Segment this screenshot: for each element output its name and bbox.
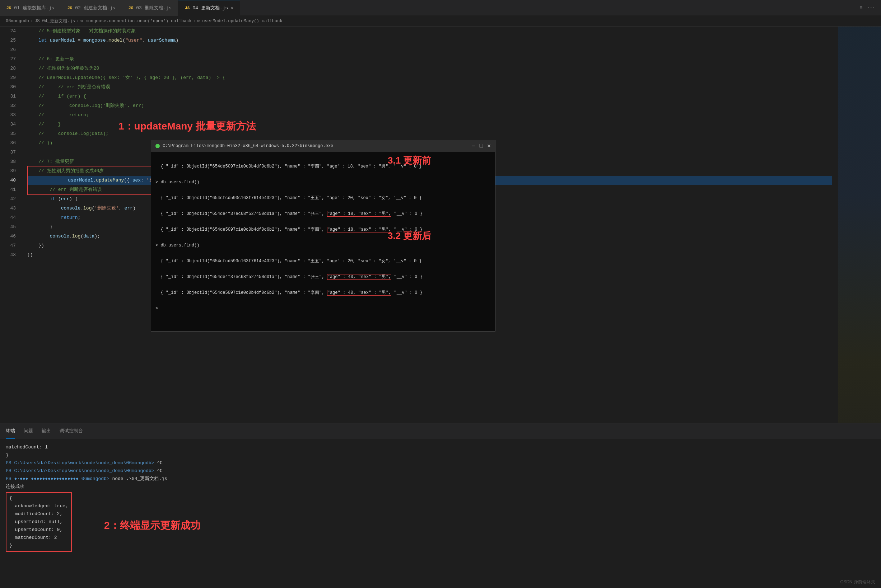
mongo-line-3: { "_id" : ObjectId("654de4f37ec68f527450… — [155, 210, 491, 218]
breadcrumb-item-2: JS 04_更新文档.js — [35, 18, 75, 24]
mongo-title-text: C:\Program Files\mongodb-win32-x86_64-wi… — [162, 142, 333, 150]
mongo-minimize-icon[interactable]: — — [472, 142, 475, 150]
term-line-1: matchedCount: 1 — [6, 443, 875, 452]
terminal-tab-debug[interactable]: 调试控制台 — [60, 423, 83, 439]
code-line-33: // return; — [27, 111, 832, 120]
tab-actions: ⊞ ··· — [860, 5, 881, 11]
term-line-4: PS C:\Users\da\Desktop\work\node\node_de… — [6, 467, 875, 475]
annotation-updatemany: 1：updateMany 批量更新方法 — [119, 120, 256, 133]
tab-03[interactable]: JS 03_删除文档.js — [122, 0, 179, 16]
terminal-content: matchedCount: 1 } PS C:\Users\da\Desktop… — [0, 439, 881, 556]
result-box: { acknowledged: true, modifiedCount: 2, … — [6, 492, 72, 552]
tab-04-label: 04_更新文档.js — [192, 4, 228, 11]
term-line-3: PS C:\Users\da\Desktop\work\node\node_de… — [6, 459, 875, 467]
code-line-24: // 5:创建模型对象 对文档操作的封装对象 — [27, 27, 832, 36]
annotation-before: 3.1 更新前 — [388, 154, 431, 167]
tab-04[interactable]: JS 04_更新文档.js ✕ — [179, 0, 240, 16]
mongo-maximize-icon[interactable]: □ — [480, 142, 483, 150]
js-icon-2: JS — [68, 6, 72, 10]
code-line-30: // // err 判断是否有错误 — [27, 82, 832, 92]
term-line-5: PS ●·●●● ●●●●●●●●●●●●●●●●● 06mongodb> no… — [6, 475, 875, 483]
tab-01[interactable]: JS 01_连接数据库.js — [0, 0, 61, 16]
mongo-status-dot — [155, 144, 160, 148]
tab-02[interactable]: JS 02_创建新文档.js — [61, 0, 122, 16]
code-line-31: // if (err) { — [27, 92, 832, 101]
breadcrumb-item-1: 06mongodb — [6, 19, 29, 24]
mongo-line-1: { "_id" : ObjectId("654de5097c1e0c0b4df0… — [155, 162, 491, 170]
code-line-25: let userModel = mongoose.model("user", u… — [27, 36, 832, 45]
mongo-title-actions: — □ ✕ — [472, 142, 491, 150]
tab-01-label: 01_连接数据库.js — [14, 4, 54, 11]
term-line-6: 连接成功 — [6, 483, 875, 491]
mongo-line-prompt1: > db.users.find() — [155, 178, 491, 186]
tab-04-close[interactable]: ✕ — [231, 5, 233, 11]
mongo-line-5: { "_id" : ObjectId("654cfcd593c163f7614e… — [155, 257, 491, 265]
terminal-tab-problems[interactable]: 问题 — [24, 423, 33, 439]
annotation-terminal-success: 2：终端显示更新成功 — [104, 519, 200, 532]
breadcrumb-item-4: ⊙ userModel.updateMany() callback — [197, 18, 283, 24]
tab-03-label: 03_删除文档.js — [136, 4, 171, 11]
term-line-2: } — [6, 452, 875, 459]
annotation-after: 3.2 更新后 — [388, 230, 431, 242]
terminal-tab-output[interactable]: 输出 — [42, 423, 51, 439]
tab-02-label: 02_创建新文档.js — [75, 4, 115, 11]
mongo-line-6: { "_id" : ObjectId("654de4f37ec68f527450… — [155, 273, 491, 281]
code-line-27: // 6: 更新一条 — [27, 54, 832, 64]
terminal-tabs: 终端 问题 输出 调试控制台 — [0, 423, 881, 439]
js-icon-3: JS — [129, 6, 133, 10]
tab-bar: JS 01_连接数据库.js JS 02_创建新文档.js JS 03_删除文档… — [0, 0, 881, 16]
mongo-line-cursor: > — [155, 304, 491, 312]
breadcrumb: 06mongodb › JS 04_更新文档.js › ⊙ mongoose.c… — [0, 16, 881, 27]
mongo-titlebar: C:\Program Files\mongodb-win32-x86_64-wi… — [151, 140, 495, 152]
js-icon-1: JS — [6, 6, 11, 10]
mongo-line-7: { "_id" : ObjectId("654de5097c1e0c0b4df0… — [155, 289, 491, 297]
mongo-line-2: { "_id" : ObjectId("654cfcd593c163f7614e… — [155, 194, 491, 202]
terminal-panel: 终端 问题 输出 调试控制台 matchedCount: 1 } PS C:\U… — [0, 423, 881, 588]
code-line-28: // 把性别为女的年龄改为20 — [27, 64, 832, 73]
mongo-line-4: { "_id" : ObjectId("654de5097c1e0c0b4df0… — [155, 226, 491, 234]
mongo-title-left: C:\Program Files\mongodb-win32-x86_64-wi… — [155, 142, 333, 150]
js-icon-4: JS — [185, 6, 189, 10]
more-actions-icon[interactable]: ··· — [867, 5, 875, 11]
code-line-29: // userModel.updateOne({ sex: '女' }, { a… — [27, 73, 832, 82]
mongo-line-prompt2: > db.users.find() — [155, 242, 491, 249]
mongo-close-icon[interactable]: ✕ — [487, 142, 491, 150]
split-editor-icon[interactable]: ⊞ — [860, 5, 863, 11]
watermark: CSDN @前端沐夫 — [840, 579, 875, 585]
breadcrumb-item-3: ⊙ mongoose.connection.once('open') callb… — [80, 18, 192, 24]
terminal-tab-terminal[interactable]: 终端 — [6, 423, 15, 439]
code-line-32: // console.log('删除失败', err) — [27, 101, 832, 111]
mongo-body: { "_id" : ObjectId("654de5097c1e0c0b4df0… — [151, 152, 495, 331]
code-line-26 — [27, 45, 832, 54]
mongo-window: C:\Program Files\mongodb-win32-x86_64-wi… — [151, 140, 495, 332]
